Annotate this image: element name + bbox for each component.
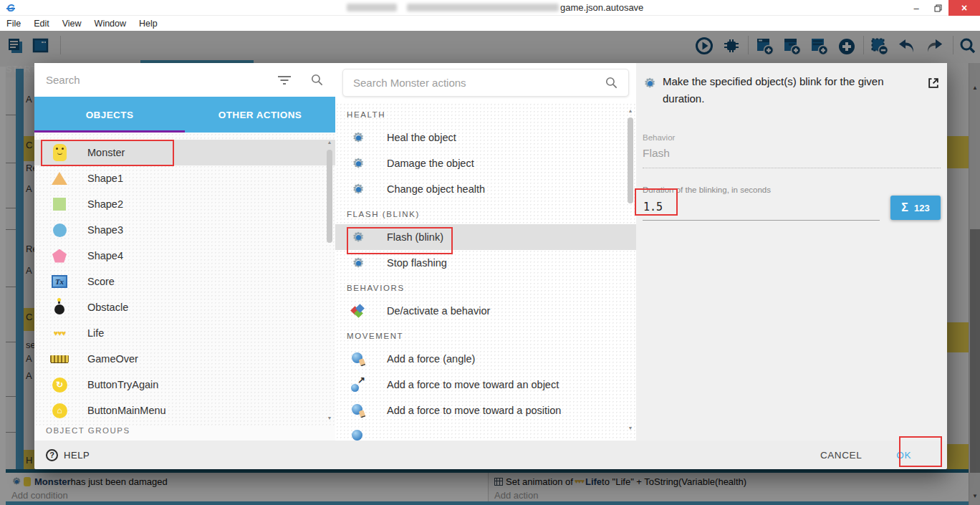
object-row-gameover[interactable]: GameOver — [34, 346, 335, 372]
search-icon — [310, 73, 324, 87]
annotation-box-monster — [41, 140, 174, 166]
gear-icon: ⚙ — [351, 130, 365, 145]
menu-bar: File Edit View Window Help — [0, 16, 980, 31]
filter-icon[interactable] — [277, 75, 292, 85]
gear-icon: ⚙ — [643, 76, 657, 90]
circle-icon — [53, 223, 67, 237]
title-bar: G game.json.autosave – × — [0, 0, 980, 16]
search-icon — [605, 76, 618, 90]
action-row-add-force-object[interactable]: ↗ Add a force to move toward an object — [335, 372, 636, 398]
force-ball-icon — [351, 403, 365, 418]
dialog-footer: ? HELP CANCEL OK — [34, 441, 947, 469]
menu-file[interactable]: File — [0, 16, 27, 31]
force-ball-icon — [351, 352, 365, 366]
action-config-panel: ⚙ Make the specified object(s) blink for… — [636, 63, 947, 441]
window-title: game.json.autosave — [560, 2, 643, 13]
minimize-button[interactable]: – — [905, 0, 927, 16]
duration-input[interactable]: 1.5 — [643, 196, 880, 221]
menu-help[interactable]: Help — [133, 16, 164, 31]
object-row-shape2[interactable]: Shape2 — [34, 191, 335, 217]
object-row-buttontryagain[interactable]: ↻ ButtonTryAgain — [34, 372, 335, 398]
retry-button-icon: ↻ — [52, 377, 67, 393]
scroll-down-icon[interactable]: ▼ — [325, 415, 334, 420]
force-ball-icon — [351, 429, 365, 441]
triangle-icon — [52, 172, 67, 185]
restore-icon — [934, 4, 942, 12]
objects-tabs: OBJECTS OTHER ACTIONS — [34, 97, 335, 133]
gear-icon: ⚙ — [351, 256, 365, 270]
open-help-external-icon[interactable] — [926, 76, 941, 90]
tab-other-actions[interactable]: OTHER ACTIONS — [185, 97, 335, 133]
gameover-banner-icon — [50, 355, 69, 362]
object-row-score[interactable]: Tx Score — [34, 269, 335, 294]
object-row-shape4[interactable]: Shape4 — [34, 243, 335, 269]
restore-button[interactable] — [927, 0, 948, 16]
section-header-health: HEALTH — [335, 102, 636, 125]
annotation-box-flash — [347, 227, 453, 254]
hearts-icon: ♥♥♥ — [54, 329, 66, 337]
instruction-editor-dialog: Search OBJECTS OTHER ACTIONS Monster Sha… — [34, 63, 947, 469]
expression-editor-button[interactable]: Σ 123 — [890, 196, 941, 220]
section-header-behaviors: BEHAVIORS — [335, 276, 636, 298]
object-row-life[interactable]: ♥♥♥ Life — [34, 320, 335, 346]
section-header-flash: FLASH (BLINK) — [335, 202, 636, 224]
menu-view[interactable]: View — [56, 16, 88, 31]
force-toward-object-icon: ↗ — [351, 377, 365, 392]
action-row-damage[interactable]: ⚙ Damage the object — [335, 150, 636, 176]
section-header-movement: MOVEMENT — [335, 324, 636, 346]
actions-search-field[interactable]: Search Monster actions — [342, 69, 629, 97]
help-icon: ? — [46, 449, 58, 461]
gear-icon: ⚙ — [351, 182, 365, 196]
action-description: Make the specified object(s) blink for t… — [663, 73, 915, 107]
scroll-up-icon[interactable]: ▲ — [325, 140, 334, 145]
home-button-icon: ⌂ — [52, 403, 67, 418]
tab-objects[interactable]: OBJECTS — [34, 97, 185, 133]
duration-label: Duration of the blinking, in seconds — [643, 186, 941, 194]
object-row-obstacle[interactable]: Obstacle — [34, 294, 335, 320]
help-button[interactable]: ? HELP — [46, 449, 90, 461]
objects-panel: Search OBJECTS OTHER ACTIONS Monster Sha… — [34, 63, 335, 441]
action-row-add-force-angle[interactable]: Add a force (angle) — [335, 346, 636, 372]
pentagon-icon — [52, 249, 67, 263]
object-groups-header: OBJECT GROUPS — [34, 426, 335, 441]
annotation-box-duration — [635, 188, 678, 216]
annotation-box-ok — [899, 436, 942, 467]
scroll-down-icon[interactable]: ▼ — [626, 425, 635, 431]
sigma-icon: Σ — [901, 201, 908, 214]
close-button[interactable]: × — [948, 0, 980, 16]
action-row-deactivate-behavior[interactable]: De/activate a behavior — [335, 298, 636, 324]
square-icon — [53, 198, 66, 211]
text-object-icon: Tx — [52, 275, 67, 288]
objects-scrollbar[interactable]: ▲ ▼ — [325, 137, 334, 422]
menu-window[interactable]: Window — [88, 16, 133, 31]
object-row-buttonmainmenu[interactable]: ⌂ ButtonMainMenu — [34, 398, 335, 423]
cancel-button[interactable]: CANCEL — [820, 450, 862, 461]
action-row-add-force-position[interactable]: Add a force to move toward a position — [335, 398, 636, 423]
bomb-icon — [54, 304, 64, 314]
scrollbar-thumb[interactable] — [628, 117, 633, 203]
action-row-change-health[interactable]: ⚙ Change object health — [335, 176, 636, 202]
blurred-title-segment — [407, 4, 559, 11]
menu-edit[interactable]: Edit — [27, 16, 56, 31]
behavior-value-field: Flash — [643, 142, 941, 168]
gear-icon: ⚙ — [351, 156, 365, 170]
gdevelop-logo-icon: G — [4, 2, 17, 14]
object-row-shape1[interactable]: Shape1 — [34, 165, 335, 191]
objects-list: Monster Shape1 Shape2 Shape3 Shape4 — [34, 133, 335, 426]
action-row-clipped[interactable] — [335, 423, 636, 441]
behavior-blocks-icon — [351, 304, 365, 318]
scroll-up-icon[interactable]: ▲ — [626, 108, 635, 113]
scrollbar-thumb[interactable] — [327, 150, 332, 243]
actions-scrollbar[interactable]: ▲ ▼ — [626, 107, 635, 436]
action-row-heal[interactable]: ⚙ Heal the object — [335, 125, 636, 150]
blurred-title-segment — [347, 4, 397, 11]
behavior-label: Behavior — [643, 133, 941, 142]
objects-search-placeholder: Search — [46, 74, 277, 86]
objects-search-field[interactable]: Search — [34, 63, 335, 97]
object-row-shape3[interactable]: Shape3 — [34, 217, 335, 243]
actions-search-placeholder: Search Monster actions — [353, 77, 605, 89]
actions-list: HEALTH ⚙ Heal the object ⚙ Damage the ob… — [335, 102, 636, 441]
